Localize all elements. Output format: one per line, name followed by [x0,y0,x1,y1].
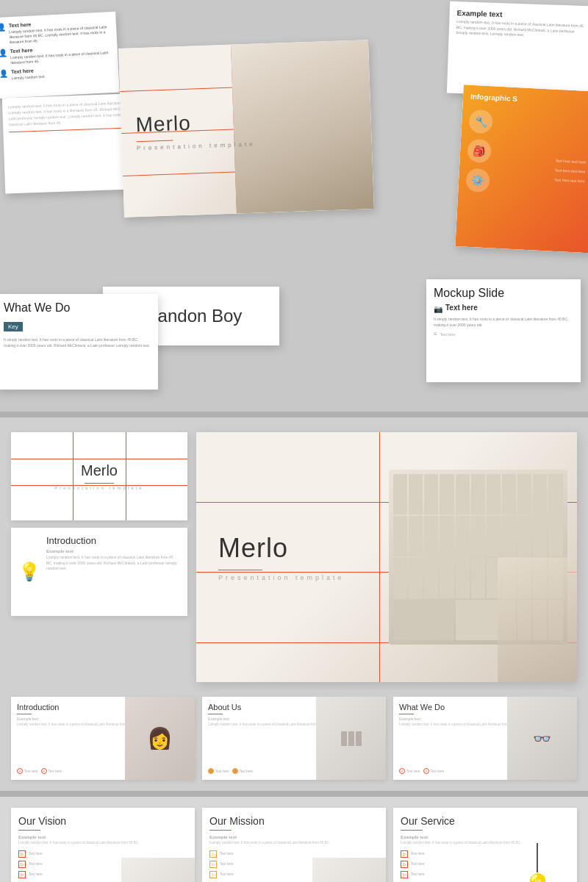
mission-icon-row-1: ▷ Text here [209,850,379,858]
thumb-intro-icon2: ✓ Text here [41,768,62,774]
our-vision-title: Our Vision [18,815,187,827]
mission-icon-text-1: Text here [220,852,234,856]
thumb-about-icon1: ✓ Text here [208,768,229,774]
merlo-big-photo-area [379,432,577,682]
mockup-text-here-2: Text here [440,332,456,337]
thumb-about-line [208,714,223,714]
person-icon: 👤 [0,23,6,32]
slide-what-we-do: What We Do Key It simply random text. It… [0,294,158,390]
merlo-mini-title: Merlo [81,462,118,479]
infographic-title: Infographic S [470,93,517,103]
thumb-intro-photo: 👩 [125,697,195,780]
thumb-what-we-do: What We Do Example text Loimply random t… [393,697,577,780]
merlo-big-text-area: Merlo Presentation template [196,533,345,581]
vision-icon-row-1: ▷ Text here [18,850,187,858]
vision-icon-text-3: Text here [29,872,43,876]
icon-dot-4: ✓ [232,768,238,774]
mockup-body: It simply random text. It has roots in a… [434,317,573,328]
merlo-mini-line [85,483,114,484]
separator-2 [0,791,588,797]
lamp-icon-service: 💡 [524,843,551,883]
example-body: Loimply random text. It has roots in a p… [456,19,586,40]
thumb-intro-line [17,714,32,714]
wwdo-title: What We Do [4,301,151,315]
mid-right-column: Merlo Presentation template [196,432,577,682]
thumb-about-icon1-text: Text here [215,770,229,773]
infographic-circle-3: ⚙️ [465,168,490,193]
mission-sq-icon-1: ▷ [209,850,217,858]
mini-accent-v2 [126,432,126,520]
mission-sq-icon-2: ▷ [209,861,217,868]
icon-dot-3: ✓ [208,768,214,774]
lamp-cord [537,843,538,872]
service-icon-text-2: Text here [411,862,425,866]
thumb-introduction: Introduction Example text Loimply random… [11,697,195,780]
main-slide-text: Merlo Presentation template [135,110,256,152]
vision-sq-icon-3: ▷ [18,871,26,878]
text-icon: ≡ [434,331,437,337]
mission-icon-text-2: Text here [220,862,234,866]
top-section: 👤 Text here Loimply random text. It has … [0,0,588,412]
main-slide-divider [137,140,173,142]
thumb-wwdo-line [399,714,414,714]
slide-infographic: Infographic S 🔧 🎒 ⚙️ Text here text here… [455,85,588,254]
icon-dot-2: ✓ [41,768,47,774]
service-orange-line [401,830,423,831]
main-slide-title: Merlo [135,110,255,137]
thumb-about-icon2: ✓ Text here [232,768,254,774]
text-body-3: Loimply random text. [11,74,46,81]
service-sq-icon-1: ▷ [401,850,408,858]
mission-icon-text-3: Text here [220,872,234,876]
merlo-mini-slide: Merlo Presentation template [11,432,187,520]
infographic-circle-1: 🔧 [468,110,493,135]
merlo-big-title: Merlo [218,533,345,564]
wwdo-body: It simply random text. It has roots in a… [4,337,151,348]
service-lamp-area: 💡 [506,808,570,882]
vision-example-label: Example text [18,835,187,839]
person-icon-2: 👤 [0,49,7,57]
thumb-about-photo [316,697,386,780]
slide-main-merlo: Merlo Presentation template [118,40,374,218]
intro-example-label: Example text [46,549,180,553]
mockup-text-here: Text here [445,304,478,312]
vision-sq-icon-2: ▷ [18,861,26,868]
card-our-vision: Our Vision Example text Loimply random t… [11,808,195,882]
thumb-intro-icon1: ✓ Text here [17,768,38,774]
merlo-big-line [218,570,262,570]
lamp-icon-intro: 💡 [18,562,40,582]
mini-accent-h2 [11,485,187,486]
mid-section: Merlo Presentation template 💡 Introducti… [0,417,588,697]
vision-body: Loimply random text. It has roots in a p… [18,841,187,846]
card-our-service: Our Service Example text Loimply random … [393,808,577,882]
service-sq-icon-2: ▷ [401,861,408,868]
text-heading-3: Text here [11,68,46,74]
icon-dot-5: ✓ [399,768,405,774]
mission-sq-icon-3: ▷ [209,871,217,878]
key-tag: Key [4,322,23,331]
infographic-circle-2: 🎒 [467,139,492,164]
our-mission-title: Our Mission [209,815,379,827]
thumb-about-us: About Us Example text Loimply random tex… [202,697,386,780]
service-sq-icon-3: ▷ [401,871,408,878]
mission-orange-line [209,830,232,831]
icon-dot-1: ✓ [17,768,23,774]
thumb-wwdo-icon2: ✓ Text here [423,768,445,774]
bottom-section: Our Vision Example text Loimply random t… [0,797,588,882]
thumb-wwdo-icon1: ✓ Text here [399,768,420,774]
mini-accent-h1 [11,459,187,459]
vision-flower-photo: 🌿 [121,858,195,882]
vision-orange-line [18,830,40,831]
vision-sq-icon-1: ▷ [18,850,26,858]
glasses-icon: 👓 [533,730,551,747]
intro-mid-slide: 💡 Introduction Example text Loimply rand… [11,528,187,616]
thumb-wwdo-icon1-text: Text here [406,770,420,773]
mockup-title: Mockup Slide [434,287,573,300]
service-icon-text-3: Text here [411,872,425,876]
pendant-lamp-icon: 💡 [524,872,551,883]
camera-icon: 📷 [434,305,442,313]
slide-example-text: Example text Loimply random text. It has… [447,1,588,98]
mission-flower-photo: 🌷 [312,858,386,882]
merlo-big-slide: Merlo Presentation template [196,432,577,682]
thumbnail-row: Introduction Example text Loimply random… [0,697,588,791]
mid-left-column: Merlo Presentation template 💡 Introducti… [11,432,187,682]
